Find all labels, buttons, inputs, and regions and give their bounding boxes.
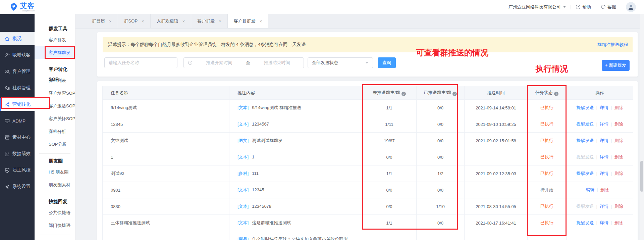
send-status-select[interactable]: 全部发送状态 <box>308 57 373 68</box>
tab[interactable]: 群SOP × <box>118 14 151 28</box>
action-link-3[interactable]: 删除 <box>614 138 623 143</box>
sidebar-item-materials[interactable]: 素材中心 <box>0 131 35 144</box>
action-separator: | <box>611 154 612 159</box>
line-chart-icon <box>4 151 10 157</box>
column-push-time: 推送时间 <box>465 86 528 100</box>
sidebar-item-marketing[interactable]: 营销转化 <box>0 98 35 111</box>
scrollbar-thumb[interactable] <box>640 161 643 192</box>
sidebar-item-community[interactable]: 社群管理 <box>0 81 35 95</box>
action-link-1[interactable]: 提醒发送 <box>577 138 594 143</box>
submenu-item[interactable]: 朋友圈素材 <box>35 179 75 191</box>
task-name-cell: 9/14wing测试 <box>103 100 229 116</box>
user-avatar[interactable] <box>626 2 636 12</box>
sidebar-item-risk-control[interactable]: 员工风控 <box>0 163 35 177</box>
unpushed-count-cell: 0/0 <box>362 182 417 198</box>
help-icon[interactable]: ? <box>554 92 558 96</box>
tab-label: 群SOP <box>124 18 138 24</box>
sidebar-item-label: 员工风控 <box>12 167 31 173</box>
action-link-2[interactable]: 详情 <box>600 105 608 110</box>
help-button[interactable]: 帮助 <box>576 4 591 10</box>
tab[interactable]: 客户群群发 × <box>228 14 269 28</box>
action-link-2[interactable]: 详情 <box>600 122 608 127</box>
support-button[interactable]: 客服 <box>601 4 616 10</box>
action-separator: | <box>596 154 597 159</box>
table-row: 9/14wing测试 [文本]9/14wing测试 群精准推送 1/1 0/0 … <box>103 100 633 116</box>
push-content-cell: [文本]12345678 <box>229 198 362 215</box>
submenu-item[interactable]: H5 朋友圈 <box>35 166 75 179</box>
tab-bar: 群日历 × 群SOP × 入群欢迎语 × 客户群发 × 客户群群发 × <box>75 14 644 29</box>
tab[interactable]: 客户群发 × <box>191 14 228 28</box>
tab-label: 客户群群发 <box>234 18 256 24</box>
close-icon[interactable]: × <box>142 19 144 24</box>
close-icon[interactable]: × <box>260 19 262 24</box>
date-range-picker[interactable]: 推送开始时间 至 推送结束时间 <box>183 57 304 68</box>
push-content-cell: [商品]什么时时快乐星球？？快来加入鲁班小弟砍价联盟 <box>229 231 362 240</box>
new-broadcast-button[interactable]: + 新建群发 <box>602 60 630 71</box>
action-link-1[interactable]: 提醒发送 <box>577 154 594 159</box>
content-text: 12345 <box>252 187 264 192</box>
content-type-tag: [文本] <box>237 220 249 225</box>
sidebar-item-label: 素材中心 <box>12 134 31 140</box>
tab[interactable]: 入群欢迎语 × <box>151 14 192 28</box>
sidebar-item-admp[interactable]: ADMP <box>0 114 35 128</box>
submenu-item[interactable]: 公共快捷语 <box>35 206 75 219</box>
action-link-2[interactable]: 详情 <box>600 220 608 225</box>
sidebar-item-analytics[interactable]: 数据绩效 <box>0 147 35 160</box>
archive-box-icon <box>4 135 10 140</box>
action-link-3[interactable]: 删除 <box>614 204 623 209</box>
task-name-input[interactable]: 请输入任务名称 <box>104 57 177 68</box>
table-row: 三体群精准推送测试 [文本]这是群精准推送测试 1/1 0/0 2021-08-… <box>103 215 633 231</box>
submenu-item[interactable]: 客户群群发 <box>35 46 75 59</box>
sidebar-item-settings[interactable]: 系统设置 <box>0 180 35 193</box>
submenu-item[interactable]: 客户激活SOP <box>35 100 75 112</box>
column-pushed: 已推送群主/群? <box>417 86 465 100</box>
close-icon[interactable]: × <box>182 19 185 24</box>
push-content-cell: [文本]12345 <box>229 182 362 198</box>
submenu-item[interactable]: 商机列表 <box>35 74 75 87</box>
push-content-cell: [文本]1 <box>229 149 362 165</box>
close-icon[interactable]: × <box>219 19 221 24</box>
push-content-cell: [文本]1234567 <box>229 116 362 133</box>
action-link-2[interactable]: 详情 <box>600 138 608 143</box>
action-link-1[interactable]: 提醒发送 <box>577 105 594 110</box>
table-card: 任务名称 推送内容 未推送群主/群? 已推送群主/群? 推送时间 任务状态? 操… <box>97 81 638 240</box>
submenu-item[interactable]: 商机分析 <box>35 125 75 138</box>
action-link-1[interactable]: 编辑 <box>586 187 594 192</box>
action-link-3[interactable]: 删除 <box>614 154 623 159</box>
action-link-2[interactable]: 删除 <box>600 187 609 192</box>
sidebar-item-label: 吸粉获客 <box>12 52 31 58</box>
action-link-3[interactable]: 删除 <box>614 122 623 127</box>
content-type-tag: [文本] <box>237 122 249 127</box>
action-link-1[interactable]: 提醒发送 <box>577 220 594 225</box>
sidebar-item-customers[interactable]: 客户管理 <box>0 65 35 78</box>
action-link-1[interactable]: 提醒发送 <box>577 171 594 176</box>
help-icon[interactable]: ? <box>452 92 457 96</box>
action-separator: | <box>611 138 612 143</box>
action-link-3[interactable]: 删除 <box>614 220 623 225</box>
action-separator: | <box>596 105 597 110</box>
close-icon[interactable]: × <box>109 19 112 24</box>
scrollbar-track[interactable] <box>640 14 644 240</box>
submenu-item[interactable]: SOP分析 <box>35 138 75 151</box>
action-link-3[interactable]: 删除 <box>614 171 623 176</box>
company-dropdown[interactable]: 广州壹豆网络科技有限公司 <box>508 4 566 10</box>
query-button[interactable]: 查询 <box>378 57 396 68</box>
tutorial-link[interactable]: 群精准推送教程 <box>597 42 628 48</box>
submenu-item[interactable]: 部门快捷语 <box>35 219 75 232</box>
action-link-2[interactable]: 详情 <box>600 171 608 176</box>
submenu-item[interactable]: 客户群发 <box>35 34 75 46</box>
action-link-1[interactable]: 提醒发送 <box>577 122 594 127</box>
sidebar-item-acquisition[interactable]: 吸粉获客 <box>0 48 35 62</box>
help-icon[interactable]: ? <box>401 92 406 96</box>
action-link-3[interactable]: 删除 <box>614 105 623 110</box>
action-link-1[interactable]: 提醒发送 <box>577 204 594 209</box>
action-link-2[interactable]: 详情 <box>600 204 608 209</box>
submenu-item[interactable]: 客户关怀SOP <box>35 112 75 125</box>
date-end-placeholder[interactable]: 推送结束时间 <box>254 60 300 66</box>
submenu-item[interactable]: 客户培育SOP <box>35 87 75 100</box>
tab[interactable]: 群日历 × <box>86 14 118 28</box>
actions-cell <box>567 231 633 240</box>
date-start-placeholder[interactable]: 推送开始时间 <box>196 60 243 66</box>
sidebar-item-overview[interactable]: 概况 <box>0 32 35 45</box>
action-link-2[interactable]: 详情 <box>600 154 608 159</box>
